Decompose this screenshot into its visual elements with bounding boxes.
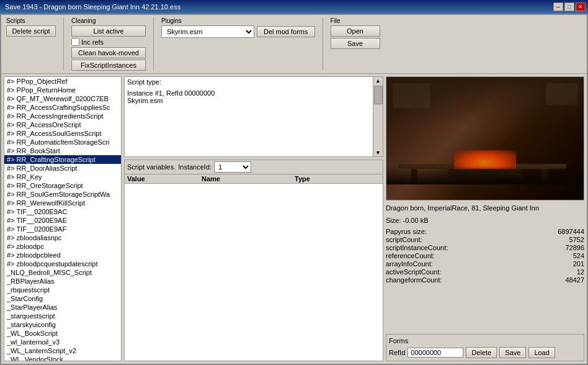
script-type-label: Script type: xyxy=(127,78,161,86)
close-button[interactable]: ✕ xyxy=(576,2,586,11)
right-panel: Dragon born, ImperialRace, 81, Sleeping … xyxy=(386,76,584,361)
screenshot-box xyxy=(386,76,584,201)
script-item[interactable]: #> RR_AccessSoulGemsScript xyxy=(4,129,121,138)
script-item[interactable]: #> RR_CraftingStorageScript xyxy=(4,155,121,164)
script-type-content: Instance #1, RefId 00000000 Skyrim.esm xyxy=(127,89,215,104)
script-item[interactable]: _rbquestscript xyxy=(4,286,121,294)
stats-grid: Papyrus size:6897444scriptCount:5752scri… xyxy=(386,228,584,284)
maximize-button[interactable]: □ xyxy=(564,2,574,11)
clean-button[interactable]: Clean havok-moved xyxy=(71,47,146,58)
variables-label: Script variables. xyxy=(127,163,176,171)
variables-table: Value Name Type xyxy=(125,174,383,361)
script-item[interactable]: _starquestscript xyxy=(4,312,121,320)
col-type-header: Type xyxy=(295,175,380,182)
script-item[interactable]: _wl_lanternoil_v3 xyxy=(4,338,121,346)
forms-load-button[interactable]: Load xyxy=(528,347,555,358)
plugin-select[interactable]: Skyrim.esm xyxy=(161,25,254,38)
wall-stone-1 xyxy=(393,83,430,108)
script-item[interactable]: #> TIF__0200E9AE xyxy=(4,216,121,225)
size-info: Size: -0.00 kB xyxy=(386,215,584,225)
forms-row: RefId Delete Save Load xyxy=(389,347,581,358)
cleaning-label: Cleaning xyxy=(71,17,96,24)
script-item[interactable]: _WL_VendorStock xyxy=(4,355,121,361)
variables-header: Script variables. InstanceId: 1 xyxy=(125,160,383,174)
script-item[interactable]: _NLQ_Bedroll_MISC_Script xyxy=(4,268,121,277)
script-item[interactable]: #> RR_WerewolfKillScript xyxy=(4,199,121,207)
script-item[interactable]: #> TIF__0200E9AF xyxy=(4,225,121,233)
variables-section: Script variables. InstanceId: 1 Value Na… xyxy=(124,160,383,361)
forms-section: Forms RefId Delete Save Load xyxy=(386,334,584,361)
screenshot-image xyxy=(386,77,584,200)
script-item[interactable]: #> PPop_ReturnHome xyxy=(4,86,121,94)
scripts-panel: #> PPop_ObjectRef#> PPop_ReturnHome#> QF… xyxy=(4,76,122,361)
minimize-button[interactable]: ─ xyxy=(553,2,563,11)
script-item[interactable]: #> RR_AccessCraftingSuppliesSc xyxy=(4,103,121,112)
delete-script-button[interactable]: Delete script xyxy=(6,25,56,37)
del-mod-button[interactable]: Del mod forms xyxy=(257,26,315,37)
script-item[interactable]: _starskyuiconfig xyxy=(4,320,121,329)
script-item[interactable]: #> RR_AccessOreScript xyxy=(4,120,121,129)
script-item[interactable]: #> RR_DoorAliasScript xyxy=(4,164,121,173)
script-item[interactable]: _WL_BookScript xyxy=(4,329,121,338)
open-button[interactable]: Open xyxy=(331,25,380,37)
script-item[interactable]: _RBPlayerAlias xyxy=(4,277,121,286)
stat-value: 72896 xyxy=(558,244,584,251)
stat-value: 48427 xyxy=(558,276,584,284)
script-item[interactable]: #> RR_BookStart xyxy=(4,146,121,155)
wall-stone-2 xyxy=(546,83,577,105)
script-item[interactable]: #> QF_MT_Werewolf_0200C7EB xyxy=(4,94,121,103)
inc-refs-label: Inc refs xyxy=(81,38,104,46)
script-item[interactable]: #> RR_OreStorageScript xyxy=(4,181,121,190)
script-item[interactable]: #> zbloodpcquestupdatescript xyxy=(4,259,121,268)
window-title: Save 1943 - Dragon born Sleeping Giant I… xyxy=(2,3,180,11)
refid-input[interactable] xyxy=(408,348,463,358)
character-info: Dragon born, ImperialRace, 81, Sleeping … xyxy=(386,203,584,213)
scripts-label: Scripts xyxy=(6,17,25,24)
fix-button[interactable]: FixScriptInstances xyxy=(71,60,146,71)
save-button[interactable]: Save xyxy=(331,38,380,49)
script-item[interactable]: _StarConfig xyxy=(4,294,121,303)
forms-delete-button[interactable]: Delete xyxy=(466,347,497,358)
script-item[interactable]: #> zbloodpc xyxy=(4,242,121,251)
stat-value: 12 xyxy=(558,268,584,276)
stat-value: 524 xyxy=(558,252,584,259)
script-item[interactable]: _WL_LanternScript_v2 xyxy=(4,346,121,355)
separator-1 xyxy=(63,17,64,71)
script-item[interactable]: #> RR_Key xyxy=(4,173,121,181)
refid-label: RefId xyxy=(389,349,405,356)
main-content: #> PPop_ObjectRef#> PPop_ReturnHome#> QF… xyxy=(1,74,587,364)
instance-label: InstanceId: xyxy=(178,163,212,171)
forms-save-button[interactable]: Save xyxy=(499,347,526,358)
stat-name: arrayInfoCount: xyxy=(386,260,553,268)
scripts-list[interactable]: #> PPop_ObjectRef#> PPop_ReturnHome#> QF… xyxy=(4,77,121,361)
inc-refs-checkbox[interactable] xyxy=(71,38,79,46)
floor-shadow xyxy=(386,166,584,184)
script-esm-line: Skyrim.esm xyxy=(127,97,215,104)
script-item[interactable]: _StarPlayerAlias xyxy=(4,303,121,312)
script-item[interactable]: #> RR_AutomaticItemStorageScri xyxy=(4,138,121,146)
script-item[interactable]: #> TIF__0200E9AC xyxy=(4,207,121,216)
stat-name: scriptCount: xyxy=(386,236,553,243)
toolbar: Scripts Delete script Cleaning List acti… xyxy=(1,15,587,74)
scroll-up-icon[interactable]: ▲ xyxy=(373,77,383,84)
plugins-section: Plugins Skyrim.esm Del mod forms xyxy=(161,17,315,38)
center-panel: Script type: Instance #1, RefId 00000000… xyxy=(124,76,383,361)
script-instance-line: Instance #1, RefId 00000000 xyxy=(127,89,215,97)
stat-value: 6897444 xyxy=(558,228,584,235)
script-item[interactable]: #> RR_SoulGemStorageScriptWa xyxy=(4,190,121,199)
stat-name: activeScriptCount: xyxy=(386,268,553,276)
script-type-scrollbar[interactable]: ▲ ▼ xyxy=(373,77,383,156)
scroll-thumb[interactable] xyxy=(374,86,383,104)
script-item[interactable]: #> RR_AccessIngredientsScript xyxy=(4,112,121,120)
separator-3 xyxy=(323,17,323,71)
scripts-toolbar-section: Scripts Delete script xyxy=(6,17,56,37)
separator-2 xyxy=(153,17,154,71)
scroll-down-icon[interactable]: ▼ xyxy=(373,150,383,156)
script-item[interactable]: #> PPop_ObjectRef xyxy=(4,77,121,86)
script-item[interactable]: #> zbloodpcbleed xyxy=(4,251,121,259)
script-type-box: Script type: Instance #1, RefId 00000000… xyxy=(124,76,383,157)
instance-select[interactable]: 1 xyxy=(214,161,251,173)
list-active-button[interactable]: List active xyxy=(71,25,146,37)
stat-name: Papyrus size: xyxy=(386,228,553,235)
script-item[interactable]: #> zbloodaliasnpc xyxy=(4,233,121,242)
